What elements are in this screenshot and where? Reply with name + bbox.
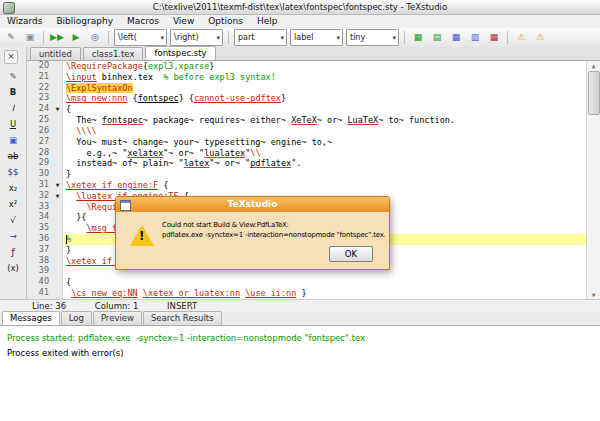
- fold-column: [53, 202, 63, 213]
- ok-button[interactable]: OK: [329, 246, 373, 262]
- line-number: 29: [27, 158, 53, 169]
- subscript-button[interactable]: x₂: [3, 181, 23, 194]
- underline-button[interactable]: U: [3, 117, 23, 130]
- function-button[interactable]: ƒ: [3, 245, 23, 258]
- error-warning-icon[interactable]: ⚠: [531, 30, 549, 46]
- reference-combo-label: label: [294, 33, 313, 42]
- bold-button[interactable]: B: [3, 85, 23, 98]
- matrix-wizard-icon[interactable]: ▥: [466, 30, 484, 46]
- italic-button[interactable]: I: [3, 101, 23, 114]
- box-button[interactable]: ▣: [3, 133, 23, 146]
- bottom-tab-bar: MessagesLogPreviewSearch Results: [0, 311, 600, 325]
- line-number: 39: [27, 266, 53, 277]
- menu-item-bibliography[interactable]: Bibliography: [49, 15, 120, 28]
- close-side-panel-button[interactable]: ×: [4, 50, 18, 64]
- fold-marker-icon[interactable]: ▼: [53, 180, 63, 191]
- menu-item-wizards[interactable]: Wizards: [0, 15, 49, 28]
- editor-line-25[interactable]: 25 The~ fontspec~ package~ requires~ eit…: [27, 115, 587, 126]
- array-wizard-icon[interactable]: ▦: [447, 30, 465, 46]
- line-number: 26: [27, 126, 53, 137]
- sqrt-button[interactable]: √: [3, 213, 23, 226]
- editor-line-41[interactable]: 41 \cs_new_eq:NN \xetex_or_luatex:nn \us…: [27, 288, 587, 299]
- editor-line-20[interactable]: 20\RequirePackage{expl3,xparse}: [27, 61, 587, 72]
- line-number: 28: [27, 148, 53, 159]
- line-number: 31: [27, 180, 53, 191]
- menu-item-options[interactable]: Options: [201, 15, 250, 28]
- line-number: 37: [27, 245, 53, 256]
- bottom-tab-messages[interactable]: Messages: [2, 311, 60, 325]
- pencil-icon[interactable]: ✎: [3, 69, 23, 82]
- todo-warning-icon[interactable]: ⚠: [512, 30, 530, 46]
- editor-line-24[interactable]: 24▼{: [27, 104, 587, 115]
- menu-item-macros[interactable]: Macros: [120, 15, 166, 28]
- line-number: 34: [27, 212, 53, 223]
- line-number: 23: [27, 93, 53, 104]
- right-delimiter-combo-label: \right): [174, 33, 199, 42]
- editor-line-28[interactable]: 28 e.g.,~ "xelatex"~ or~ "lualatex"\\: [27, 148, 587, 159]
- tab-class1-tex[interactable]: class1.tex: [83, 47, 144, 60]
- tabbing-wizard-icon[interactable]: ▤: [428, 30, 446, 46]
- strikeout-button[interactable]: ab: [3, 149, 23, 162]
- bottom-tab-log[interactable]: Log: [61, 311, 92, 325]
- font-size-combo[interactable]: tiny▾: [346, 29, 399, 46]
- editor-line-22[interactable]: 22\ExplSyntaxOn: [27, 83, 587, 94]
- editor-line-29[interactable]: 29 instead~ of~ plain~ "latex"~ or~ "pdf…: [27, 158, 587, 169]
- parentheses-button[interactable]: (x): [3, 261, 23, 274]
- menu-bar: WizardsBibliographyMacrosViewOptionsHelp: [0, 15, 600, 28]
- bottom-tab-preview[interactable]: Preview: [93, 311, 142, 325]
- inline-math-button[interactable]: $$: [3, 165, 23, 178]
- right-delimiter-combo[interactable]: \right)▾: [170, 29, 223, 46]
- editor-scrollbar[interactable]: ▲ ▼: [586, 61, 600, 299]
- scroll-down-icon[interactable]: ▼: [587, 291, 600, 298]
- editor-line-26[interactable]: 26 \\\\: [27, 126, 587, 137]
- editor-line-30[interactable]: 30}: [27, 169, 587, 180]
- reference-combo[interactable]: label▾: [290, 29, 343, 46]
- fold-column: [53, 158, 63, 169]
- new-document-icon-glyph: ✎: [7, 33, 15, 42]
- build-and-view-icon[interactable]: ▶▶: [48, 30, 66, 46]
- editor-line-27[interactable]: 27 You~ must~ change~ your~ typesetting~…: [27, 137, 587, 148]
- tab-untitled[interactable]: untitled: [30, 47, 81, 60]
- text-cursor: [66, 235, 67, 244]
- menu-item-view[interactable]: View: [166, 15, 201, 28]
- compile-icon[interactable]: ▶: [67, 30, 85, 46]
- scrollbar-thumb[interactable]: [588, 71, 600, 115]
- copy-icon[interactable]: ▣: [21, 30, 39, 46]
- line-number: 33: [27, 202, 53, 213]
- arrow-button[interactable]: →: [3, 229, 23, 242]
- fold-marker-icon[interactable]: ▼: [53, 191, 63, 202]
- code-text: The~ fontspec~ package~ requires~ either…: [63, 115, 587, 126]
- grid-wizard-icon[interactable]: ▦: [485, 30, 503, 46]
- chevron-down-icon: ▾: [336, 34, 340, 42]
- chevron-down-icon: ▾: [280, 34, 284, 42]
- code-text: e.g.,~ "xelatex"~ or~ "lualatex"\\: [63, 148, 587, 159]
- fold-column: [53, 223, 63, 234]
- tab-fontspec-sty[interactable]: fontspec.sty: [145, 46, 215, 60]
- tab-bar: untitledclass1.texfontspec.sty: [27, 47, 600, 61]
- dialog-title-bar[interactable]: TeXstudio: [116, 197, 389, 212]
- editor-line-23[interactable]: 23\msg_new:nnn {fontspec} {cannot-use-pd…: [27, 93, 587, 104]
- fold-column: [53, 137, 63, 148]
- left-delimiter-combo[interactable]: \left(▾: [114, 29, 167, 46]
- message-line: Process started: pdflatex.exe -synctex=1…: [7, 331, 593, 346]
- code-text: {: [63, 277, 587, 288]
- sectioning-combo[interactable]: part▾: [234, 29, 287, 46]
- tabular-wizard-icon[interactable]: ▦: [409, 30, 427, 46]
- title-bar[interactable]: C:\texlive\2011\texmf-dist\tex\latex\fon…: [0, 0, 600, 15]
- texstudio-window: C:\texlive\2011\texmf-dist\tex\latex\fon…: [0, 0, 600, 421]
- code-text: \RequirePackage{expl3,xparse}: [63, 61, 587, 72]
- chevron-down-icon: ▾: [160, 34, 164, 42]
- superscript-button[interactable]: x²: [3, 197, 23, 210]
- fold-marker-icon[interactable]: ▼: [53, 104, 63, 115]
- editor-line-31[interactable]: 31▼\xetex_if_engine:F {: [27, 180, 587, 191]
- editor-line-40[interactable]: 40{: [27, 277, 587, 288]
- editor-line-21[interactable]: 21\input binhex.tex % before expl3 synta…: [27, 72, 587, 83]
- chevron-down-icon: ▾: [392, 34, 396, 42]
- tabbing-wizard-icon-glyph: ▤: [433, 33, 442, 42]
- view-icon[interactable]: ◎: [86, 30, 104, 46]
- menu-item-help[interactable]: Help: [250, 15, 285, 28]
- code-text: \cs_new_eq:NN \xetex_or_luatex:nn \use_i…: [63, 288, 587, 299]
- scroll-up-icon[interactable]: ▲: [587, 62, 600, 69]
- bottom-tab-search-results[interactable]: Search Results: [143, 311, 222, 325]
- new-document-icon[interactable]: ✎: [2, 30, 20, 46]
